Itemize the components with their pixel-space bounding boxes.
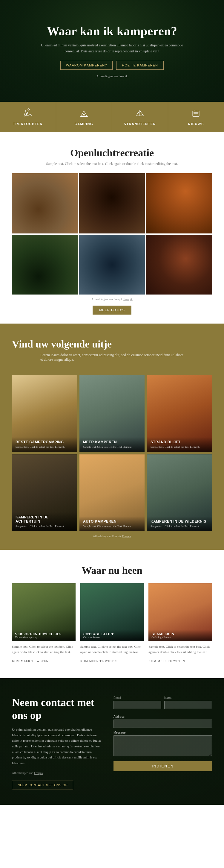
outdoor-photo-grid [12,173,212,294]
camping-icon [79,108,89,119]
trip-card-title-1: MEER KAMPEREN [83,440,141,444]
contact-left: Neem contact met ons op Ut enim ad minim… [12,696,102,790]
trip-card-text-0: Sample text. Click to select the Text El… [15,445,73,449]
nav-item-nieuws[interactable]: NIEUWS [168,102,224,132]
trip-card-5[interactable]: KAMPEREN IN DE WILDERNIS Sample text. Cl… [147,454,212,531]
next-trip-title: Vind uw volgende uitje [12,339,212,350]
where-badge-title-2: GLAMPEREN [151,632,209,636]
where-card-text-1: Sample text. Click to select the text bo… [80,644,144,655]
message-label: Message [113,731,212,734]
nav-label-camping: CAMPING [75,122,93,126]
outdoor-section: Openluchtrecreatie Sample text. Click to… [0,132,224,323]
contact-text: Ut enim ad minim veniam, quis nostrud ex… [12,727,102,766]
outdoor-photo-credit: Afbeeldingen van Freepik Freepik [12,298,212,301]
address-group: Address [113,715,212,728]
category-nav: TREKTOCHTEN CAMPING STRANDTENTEN NIEUWS [0,102,224,132]
nav-item-camping[interactable]: CAMPING [56,102,112,132]
nav-label-strandtenten: STRANDTENTEN [124,122,156,126]
where-badge-sub-0: Verken de omgeving [15,636,73,639]
trip-card-title-4: AUTO KAMPEREN [83,519,141,524]
nav-label-trektochten: TREKTOCHTEN [13,122,43,126]
where-card-link-2[interactable]: KOM MEER TE WETEN [148,659,185,663]
where-title: Waar nu heen [12,565,212,576]
where-badge-title-1: COTTAGE BLIJFT [83,632,141,636]
email-group: Email [113,696,161,709]
where-card-image-2[interactable]: GLAMPEREN Oefening ullamco [148,583,212,641]
nav-item-trektochten[interactable]: TREKTOCHTEN [0,102,56,132]
where-card-0: VERBORGEN JUWEELTJES Verken de omgeving … [12,583,76,663]
outdoor-title: Openluchtrecreatie [12,147,212,159]
trip-credit: Afbeelding van Freepik Freepik [12,534,212,538]
trip-card-title-2: STRAND BLIJFT [151,440,209,444]
outdoor-credit-link[interactable]: Freepik [123,298,133,301]
tent-icon [135,108,145,119]
email-label: Email [113,696,161,700]
where-badge-sub-1: Onze topkeuzes [83,636,141,639]
why-camping-button[interactable]: WAAROM KAMPEREN? [60,61,113,70]
outdoor-photo-6[interactable] [146,235,212,295]
next-trip-section: Vind uw volgende uitje Lorem ipsum dolor… [0,323,224,550]
more-photos-button[interactable]: MEER FOTO'S [92,306,132,315]
form-row-top: Email Name [113,696,212,712]
message-input[interactable] [113,735,212,756]
trip-card-2[interactable]: STRAND BLIJFT Sample text. Click to sele… [147,375,212,452]
contact-credit-link[interactable]: Freepik [34,771,43,775]
trip-credit-link[interactable]: Freepik [122,534,131,538]
message-group: Message [113,731,212,756]
where-card-2: GLAMPEREN Oefening ullamco Sample text. … [148,583,212,663]
outdoor-photo-1[interactable] [12,173,78,234]
hero-title: Waar kan ik kamperen? [47,24,177,38]
outdoor-photo-3[interactable] [146,173,212,234]
where-card-1: COTTAGE BLIJFT Onze topkeuzes Sample tex… [80,583,144,663]
trip-card-text-2: Sample text. Click to select the Text El… [151,445,209,449]
name-input[interactable] [164,701,212,709]
name-group: Name [164,696,212,709]
where-card-link-0[interactable]: KOM MEER TE WETEN [12,659,48,663]
hike-icon [23,108,33,119]
trip-card-text-5: Sample text. Click to select the Text El… [151,524,209,528]
where-card-text-2: Sample text. Click to select the text bo… [148,644,212,655]
contact-section: Neem contact met ons op Ut enim ad minim… [0,678,224,805]
name-label: Name [164,696,212,700]
trip-card-text-4: Sample text. Click to select the Text El… [83,524,141,528]
trip-card-title-0: BESTE CAMPERCAMPING [15,440,73,444]
where-section: Waar nu heen VERBORGEN JUWEELTJES Verken… [0,550,224,678]
trip-card-4[interactable]: AUTO KAMPEREN Sample text. Click to sele… [79,454,145,531]
nav-label-nieuws: NIEUWS [188,122,204,126]
nav-item-strandtenten[interactable]: STRANDTENTEN [112,102,168,132]
submit-button[interactable]: INDIENEN [113,761,212,771]
trip-card-1[interactable]: MEER KAMPEREN Sample text. Click to sele… [79,375,145,452]
contact-credit: Afbeeldingen van Freepik [12,771,102,775]
hero-subtitle: Ut enim ad minim veniam, quis nostrud ex… [40,42,184,54]
contact-button[interactable]: NEEM CONTACT MET ONS OP [12,781,73,790]
contact-form: Email Name Address Message INDIENEN [113,696,212,771]
hero-section: Waar kan ik kamperen? Ut enim ad minim v… [0,0,224,102]
trip-card-0[interactable]: BESTE CAMPERCAMPING Sample text. Click t… [12,375,77,452]
where-card-text-0: Sample text. Click to select the text bo… [12,644,76,655]
trip-card-title-5: KAMPEREN IN DE WILDERNIS [151,519,209,524]
where-badge-title-0: VERBORGEN JUWEELTJES [15,632,73,636]
trip-card-text-3: Sample text. Click to select the Text El… [15,524,73,528]
contact-title: Neem contact met ons op [12,696,102,722]
where-card-image-1[interactable]: COTTAGE BLIJFT Onze topkeuzes [80,583,144,641]
news-icon [191,108,201,119]
where-card-link-1[interactable]: KOM MEER TE WETEN [80,659,117,663]
where-grid: VERBORGEN JUWEELTJES Verken de omgeving … [12,583,212,663]
where-card-image-0[interactable]: VERBORGEN JUWEELTJES Verken de omgeving [12,583,76,641]
outdoor-photo-4[interactable] [12,235,78,295]
address-label: Address [113,715,212,718]
next-trip-subtitle: Lorem ipsum dolor sit amet, consectetur … [40,353,184,362]
hero-buttons: WAAROM KAMPEREN? HOE TE KAMPEREN [60,61,164,70]
outdoor-photo-2[interactable] [79,173,145,234]
outdoor-subtitle: Sample text. Click to select the text bo… [40,162,184,166]
address-input[interactable] [113,719,212,728]
trip-card-title-3: KAMPEREN IN DE ACHTERTUIN [15,515,73,524]
trip-grid: BESTE CAMPERCAMPING Sample text. Click t… [12,375,212,531]
email-input[interactable] [113,701,161,709]
hero-credit: Afbeeldingen van Freepik [97,74,127,78]
where-badge-sub-2: Oefening ullamco [151,636,209,639]
trip-card-text-1: Sample text. Click to select the Text El… [83,445,141,449]
outdoor-photo-5[interactable] [79,235,145,295]
how-camping-button[interactable]: HOE TE KAMPEREN [116,61,164,70]
trip-card-3[interactable]: KAMPEREN IN DE ACHTERTUIN Sample text. C… [12,454,77,531]
